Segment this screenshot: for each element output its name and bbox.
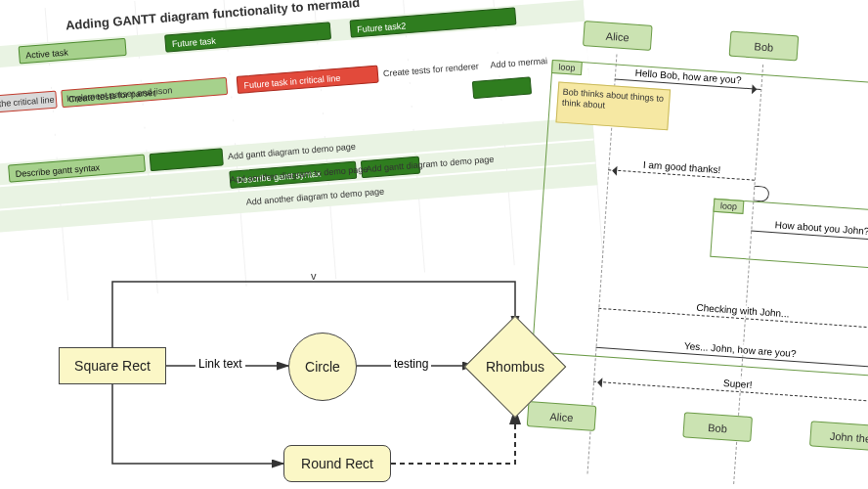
loop-tag: loop [551,60,583,75]
flow-node-label: Square Rect [74,358,151,374]
gantt-diagram: Adding GANTT diagram functionality to me… [0,0,603,307]
loop-tag: loop [713,199,744,214]
flow-edge-label-testing: testing [391,357,431,371]
flow-node-circle: Circle [288,333,357,401]
sequence-message: Super! [593,381,868,403]
flow-node-label: Rhombus [486,359,544,375]
message-label: Super! [721,378,755,390]
arrow-icon [752,84,762,95]
flowchart: v Square Rect Link text Circle testing R… [59,274,606,479]
flow-top-merge-label: v [311,270,317,282]
flow-node-label: Round Rect [301,456,373,471]
sequence-actor: Bob [729,31,800,62]
flow-node-square-rect: Square Rect [59,347,166,384]
sequence-actor: Alice [583,21,653,51]
flow-node-round-rect: Round Rect [283,445,391,482]
sequence-note: Bob thinks about things to think about [555,81,671,130]
arrow-icon [607,165,618,176]
sequence-actor: Bob [682,412,753,442]
sequence-actor: John the Long [809,421,868,454]
flow-edge-label-link-text: Link text [195,357,245,371]
flow-node-label: Circle [305,359,340,375]
